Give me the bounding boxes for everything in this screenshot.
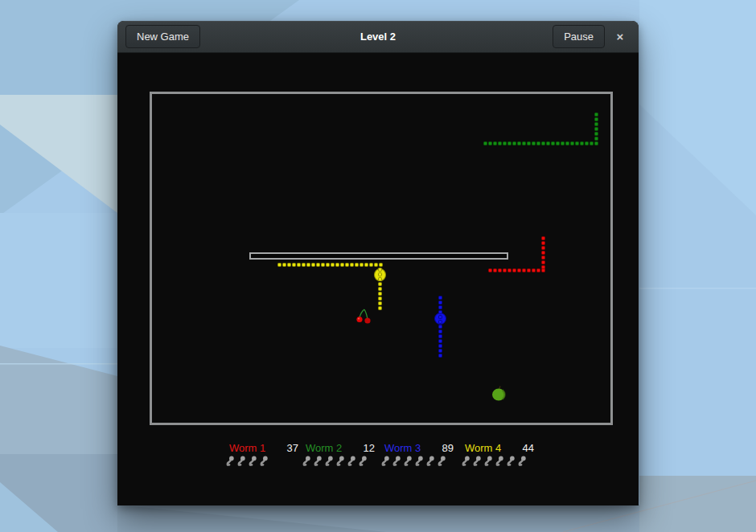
- yellow-worm-segment: [378, 277, 382, 281]
- green-worm-segment: [483, 141, 487, 145]
- player-1-score: 37: [287, 442, 298, 454]
- green-worm-segment: [590, 141, 594, 145]
- green-worm-segment: [575, 141, 579, 145]
- green-worm-segment: [536, 141, 540, 145]
- life-worm-icon: [381, 455, 390, 469]
- yellow-worm-segment: [287, 263, 291, 267]
- red-worm-segment: [498, 268, 502, 272]
- green-worm-segment: [594, 113, 598, 117]
- life-worm-icon: [302, 455, 311, 469]
- green-worm-segment: [561, 141, 565, 145]
- blue-worm-segment: [438, 301, 442, 305]
- green-worm-segment: [551, 141, 555, 145]
- player-2-lives: [302, 458, 375, 469]
- life-worm-icon: [473, 455, 482, 469]
- life-worm-icon: [495, 455, 504, 469]
- headerbar-right: Pause ×: [553, 25, 631, 48]
- green-worm-segment: [503, 141, 507, 145]
- red-worm-segment: [493, 268, 497, 272]
- player-3-name: Worm 3: [384, 442, 421, 454]
- game-area: Worm 1 37 Worm 2 12 Worm 3 89: [117, 53, 639, 505]
- green-worm-segment: [565, 141, 569, 145]
- pause-button[interactable]: Pause: [553, 25, 605, 48]
- life-worm-icon: [462, 455, 470, 469]
- yellow-worm-segment: [378, 292, 382, 296]
- red-worm-segment: [503, 268, 507, 272]
- player-3-score: 89: [442, 442, 454, 454]
- yellow-worm-segment: [321, 263, 325, 267]
- red-worm-segment: [541, 241, 545, 245]
- yellow-worm-segment: [369, 263, 373, 267]
- life-worm-icon: [518, 455, 527, 469]
- life-worm-icon: [336, 455, 345, 469]
- life-worm-icon: [314, 455, 323, 469]
- close-icon[interactable]: ×: [610, 27, 631, 47]
- player-1-name: Worm 1: [229, 442, 265, 454]
- yellow-worm-segment: [340, 263, 344, 267]
- life-worm-icon: [404, 455, 413, 469]
- blue-worm-segment: [438, 325, 442, 329]
- green-worm-segment: [556, 141, 560, 145]
- green-worm-segment: [541, 141, 545, 145]
- new-game-button[interactable]: New Game: [125, 25, 200, 48]
- scoreboard: Worm 1 37 Worm 2 12 Worm 3 89: [117, 442, 639, 479]
- green-worm-segment: [580, 141, 584, 145]
- life-worm-icon: [484, 455, 493, 469]
- blue-worm-segment: [438, 334, 442, 338]
- blue-worm-segment: [438, 296, 442, 300]
- green-worm-segment: [594, 132, 598, 136]
- yellow-worm-segment: [316, 263, 320, 267]
- red-worm-segment: [507, 268, 512, 272]
- yellow-worm-segment: [378, 287, 382, 291]
- green-worm-segment: [546, 141, 550, 145]
- red-worm-segment: [541, 236, 545, 240]
- red-worm-segment: [512, 268, 516, 272]
- yellow-worm-segment: [378, 272, 382, 276]
- yellow-worm-segment: [302, 263, 306, 267]
- red-worm-segment: [488, 268, 492, 272]
- yellow-worm-segment: [364, 263, 368, 267]
- blue-worm-segment: [438, 320, 442, 324]
- player-3-panel: Worm 3 89: [384, 442, 454, 469]
- red-worm-segment: [541, 251, 545, 255]
- nibbles-window: New Game Level 2 Pause × Worm 1 37 Worm …: [117, 21, 639, 505]
- yellow-worm-segment: [282, 263, 286, 267]
- cherry-bonus-icon: [352, 305, 373, 329]
- player-2-score: 12: [364, 442, 375, 454]
- yellow-worm-segment: [311, 263, 315, 267]
- green-worm-segment: [594, 117, 598, 121]
- apple-bonus-icon: [490, 384, 509, 407]
- yellow-worm-segment: [345, 263, 349, 267]
- yellow-worm-segment: [350, 263, 354, 267]
- green-worm-segment: [585, 141, 589, 145]
- red-worm-segment: [527, 268, 531, 272]
- life-worm-icon: [347, 455, 356, 469]
- red-worm-segment: [541, 268, 545, 272]
- life-worm-icon: [415, 455, 424, 469]
- blue-worm-segment: [438, 344, 442, 348]
- yellow-worm-segment: [331, 263, 335, 267]
- life-worm-icon: [426, 455, 435, 469]
- red-worm-segment: [541, 256, 545, 260]
- green-worm-segment: [522, 141, 526, 145]
- blue-worm-segment: [438, 349, 442, 353]
- life-worm-icon: [392, 455, 401, 469]
- life-worm-icon: [507, 455, 516, 469]
- yellow-worm-segment: [335, 263, 339, 267]
- green-worm-segment: [594, 141, 598, 145]
- blue-worm-segment: [438, 305, 442, 309]
- yellow-worm-segment: [355, 263, 359, 267]
- life-worm-icon: [237, 455, 246, 469]
- red-worm-segment: [532, 268, 536, 272]
- yellow-worm-segment: [374, 263, 378, 267]
- yellow-worm-segment: [292, 263, 296, 267]
- blue-worm-segment: [438, 329, 442, 334]
- yellow-worm-segment: [378, 297, 382, 301]
- green-worm-segment: [493, 141, 497, 145]
- yellow-worm-segment: [378, 282, 382, 286]
- level-wall: [249, 252, 508, 260]
- red-worm-segment: [522, 268, 526, 272]
- life-worm-icon: [438, 455, 446, 469]
- player-3-lives: [381, 458, 454, 469]
- green-worm-segment: [498, 141, 502, 145]
